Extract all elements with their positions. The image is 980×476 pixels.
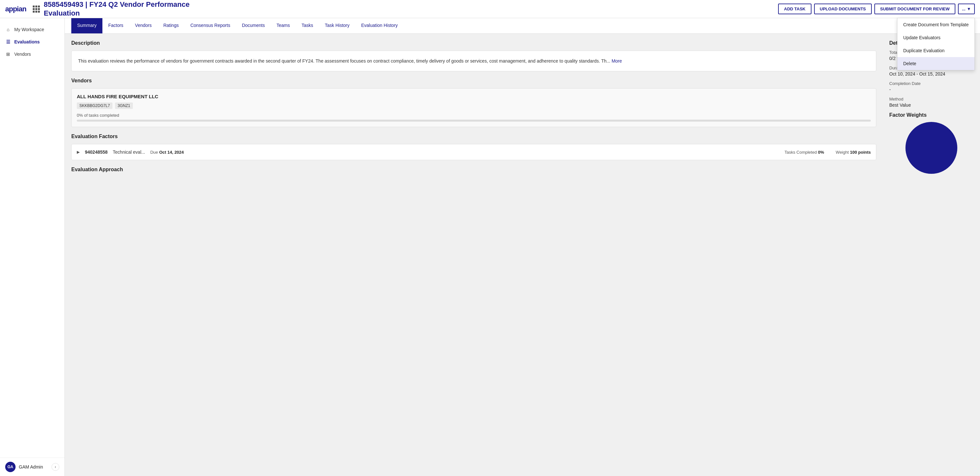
vendors-section: Vendors ALL HANDS FIRE EQUIPMENT LLC SKK… xyxy=(71,78,876,127)
approach-title: Evaluation Approach xyxy=(71,167,876,172)
main-area: ⌂ My Workspace ☰ Evaluations ⊞ Vendors G… xyxy=(0,18,980,476)
factor-desc: Technical eval... xyxy=(113,150,145,154)
user-name: GAM Admin xyxy=(19,464,43,470)
description-title: Description xyxy=(71,40,876,46)
top-bar: appian 8585459493 | FY24 Q2 Vendor Perfo… xyxy=(0,0,980,18)
more-dots: ... xyxy=(962,6,966,11)
top-actions: ADD TASK UPLOAD DOCUMENTS SUBMIT DOCUMEN… xyxy=(778,3,975,14)
sidebar-item-label: Vendors xyxy=(14,51,31,57)
dropdown-item-duplicate[interactable]: Duplicate Evaluation xyxy=(897,44,975,57)
duration-value: Oct 10, 2024 - Oct 15, 2024 xyxy=(889,71,974,76)
tab-evaluation-history[interactable]: Evaluation History xyxy=(355,18,404,33)
more-button[interactable]: ... ▼ xyxy=(958,3,975,14)
sidebar-item-evaluations[interactable]: ☰ Evaluations xyxy=(0,36,65,48)
factor-id: 940248558 xyxy=(85,150,108,154)
tab-tasks[interactable]: Tasks xyxy=(296,18,319,33)
sidebar-item-label: My Workspace xyxy=(14,27,44,32)
tabs-bar: Summary Factors Vendors Ratings Consensu… xyxy=(65,18,980,34)
description-card: This evaluation reviews the performance … xyxy=(71,51,876,71)
dropdown-item-create[interactable]: Create Document from Template xyxy=(897,18,975,31)
vendor-tag-0: SKKBBG2DG7L7 xyxy=(77,102,113,109)
vendor-card: ALL HANDS FIRE EQUIPMENT LLC SKKBBG2DG7L… xyxy=(71,88,876,127)
sidebar-item-label: Evaluations xyxy=(14,39,40,45)
tab-vendors[interactable]: Vendors xyxy=(129,18,158,33)
factor-tasks: Tasks Completed 0% xyxy=(784,150,824,154)
add-task-button[interactable]: ADD TASK xyxy=(778,3,811,14)
factor-due: Due Oct 14, 2024 xyxy=(150,150,184,154)
collapse-sidebar-button[interactable]: ‹ xyxy=(51,463,59,471)
method-label: Method xyxy=(889,97,974,102)
factor-weight: Weight 100 points xyxy=(836,150,871,154)
sidebar-nav: ⌂ My Workspace ☰ Evaluations ⊞ Vendors xyxy=(0,18,65,65)
dropdown-item-delete[interactable]: Delete xyxy=(897,57,975,70)
progress-bar xyxy=(77,119,871,122)
right-panel: Details Total Tasks Completed 0/2 tasks … xyxy=(883,34,980,476)
tab-teams[interactable]: Teams xyxy=(270,18,296,33)
factors-title: Evaluation Factors xyxy=(71,134,876,139)
avatar: GA xyxy=(5,462,16,472)
factor-weights-chart xyxy=(905,122,957,174)
tab-factors[interactable]: Factors xyxy=(102,18,129,33)
list-icon: ☰ xyxy=(5,39,11,45)
progress-label: 0% of tasks completed xyxy=(77,113,871,118)
vendors-title: Vendors xyxy=(71,78,876,84)
upload-documents-button[interactable]: UPLOAD DOCUMENTS xyxy=(814,3,872,14)
factors-section: Evaluation Factors ▶ 940248558 Technical… xyxy=(71,134,876,160)
main-content: Description This evaluation reviews the … xyxy=(65,34,980,476)
page-title-area: 8585459493 | FY24 Q2 Vendor Performance … xyxy=(44,0,778,18)
logo-text: appian xyxy=(5,5,26,13)
sidebar: ⌂ My Workspace ☰ Evaluations ⊞ Vendors G… xyxy=(0,18,65,476)
tab-consensus-reports[interactable]: Consensus Reports xyxy=(185,18,236,33)
vendor-name: ALL HANDS FIRE EQUIPMENT LLC xyxy=(77,94,871,99)
left-panel: Description This evaluation reviews the … xyxy=(65,34,883,476)
sidebar-item-workspace[interactable]: ⌂ My Workspace xyxy=(0,23,65,36)
sidebar-bottom: GA GAM Admin ‹ xyxy=(0,457,65,476)
factor-row: ▶ 940248558 Technical eval... Due Oct 14… xyxy=(71,144,876,160)
method-value: Best Value xyxy=(889,102,974,108)
home-icon: ⌂ xyxy=(5,27,11,32)
dropdown-item-update[interactable]: Update Evaluators xyxy=(897,31,975,44)
dropdown-menu: Create Document from Template Update Eva… xyxy=(897,18,975,70)
tab-summary[interactable]: Summary xyxy=(71,18,102,33)
more-link[interactable]: More xyxy=(611,58,622,64)
sidebar-item-vendors[interactable]: ⊞ Vendors xyxy=(0,48,65,60)
tab-documents[interactable]: Documents xyxy=(236,18,270,33)
content-area: Summary Factors Vendors Ratings Consensu… xyxy=(65,18,980,476)
completion-label: Completion Date xyxy=(889,81,974,86)
grid-icon: ⊞ xyxy=(5,51,11,57)
tab-ratings[interactable]: Ratings xyxy=(158,18,185,33)
completion-value: - xyxy=(889,87,974,92)
tab-task-history[interactable]: Task History xyxy=(319,18,355,33)
vendor-tag-1: 3GNZ1 xyxy=(115,102,133,109)
approach-section: Evaluation Approach xyxy=(71,167,876,177)
description-section: Description This evaluation reviews the … xyxy=(71,40,876,71)
factor-weights-title: Factor Weights xyxy=(889,112,974,118)
vendor-tags: SKKBBG2DG7L7 3GNZ1 xyxy=(77,102,871,109)
page-title: 8585459493 | FY24 Q2 Vendor Performance … xyxy=(44,0,778,18)
chevron-down-icon: ▼ xyxy=(967,6,971,11)
description-text: This evaluation reviews the performance … xyxy=(78,57,870,65)
grid-menu-icon[interactable] xyxy=(33,5,40,13)
submit-review-button[interactable]: SUBMIT DOCUMENT FOR REVIEW xyxy=(874,3,956,14)
appian-logo: appian xyxy=(5,5,26,13)
factor-expand-icon[interactable]: ▶ xyxy=(77,150,80,154)
